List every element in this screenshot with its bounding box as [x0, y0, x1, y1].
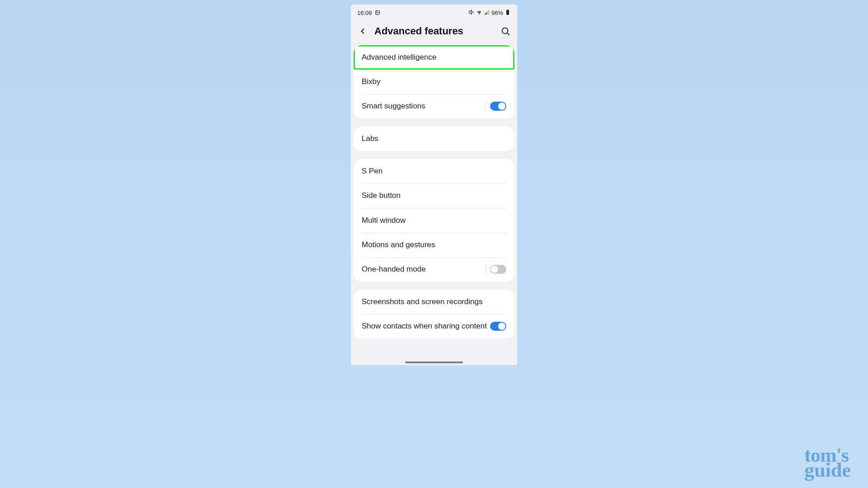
row-label: Show contacts when sharing content: [362, 321, 490, 331]
signal-icon: [484, 9, 490, 17]
row-label: One-handed mode: [362, 264, 485, 274]
row-one-handed-mode[interactable]: One-handed mode: [354, 257, 514, 282]
watermark-line2: guide: [804, 463, 851, 478]
nav-pill[interactable]: [405, 361, 463, 363]
row-label: Side button: [362, 191, 506, 201]
status-time: 16:09: [357, 9, 372, 16]
toggle-show-contacts[interactable]: [490, 322, 506, 331]
page-title: Advanced features: [374, 25, 494, 37]
row-label: Bixby: [362, 77, 506, 87]
search-icon: [500, 26, 510, 36]
settings-group: Advanced intelligence Bixby Smart sugges…: [354, 45, 514, 118]
watermark-logo: tom's guide: [804, 448, 851, 478]
row-smart-suggestions[interactable]: Smart suggestions: [354, 94, 514, 118]
svg-rect-2: [506, 10, 509, 14]
wifi-icon: [476, 9, 482, 17]
svg-point-1: [376, 12, 377, 13]
settings-content[interactable]: Advanced intelligence Bixby Smart sugges…: [351, 45, 517, 360]
toggle-separator: [485, 264, 486, 274]
toggle-separator: [485, 101, 486, 111]
row-label: Multi window: [362, 216, 506, 225]
row-label: S Pen: [362, 166, 506, 176]
battery-icon: [505, 9, 511, 17]
search-button[interactable]: [500, 26, 511, 37]
phone-frame: 16:09 96%: [351, 5, 517, 365]
svg-line-5: [507, 33, 509, 35]
settings-group: Labs: [354, 127, 514, 151]
status-right: 96%: [468, 9, 511, 17]
row-screenshots-recordings[interactable]: Screenshots and screen recordings: [354, 290, 514, 314]
svg-rect-3: [507, 9, 508, 10]
row-motions-gestures[interactable]: Motions and gestures: [354, 233, 514, 257]
nav-bar: [351, 360, 517, 365]
row-label: Advanced intelligence: [362, 52, 506, 62]
battery-pct: 96%: [491, 9, 503, 16]
row-multi-window[interactable]: Multi window: [354, 208, 514, 233]
row-label: Screenshots and screen recordings: [362, 297, 506, 307]
status-bar: 16:09 96%: [351, 5, 517, 21]
row-label: Motions and gestures: [362, 240, 506, 250]
mute-icon: [468, 9, 475, 17]
settings-group: S Pen Side button Multi window Motions a…: [354, 159, 514, 281]
row-label: Smart suggestions: [362, 101, 485, 111]
row-label: Labs: [362, 134, 506, 144]
row-show-contacts-sharing[interactable]: Show contacts when sharing content: [354, 314, 514, 338]
back-button[interactable]: [357, 26, 368, 37]
row-s-pen[interactable]: S Pen: [354, 159, 514, 183]
row-advanced-intelligence[interactable]: Advanced intelligence: [354, 45, 514, 70]
row-bixby[interactable]: Bixby: [354, 70, 514, 94]
row-side-button[interactable]: Side button: [354, 183, 514, 208]
page-header: Advanced features: [351, 21, 517, 45]
image-icon: [375, 10, 380, 15]
status-left: 16:09: [357, 9, 380, 16]
settings-group: Screenshots and screen recordings Show c…: [354, 290, 514, 338]
toggle-one-handed-mode[interactable]: [490, 265, 506, 274]
toggle-smart-suggestions[interactable]: [490, 102, 506, 111]
row-labs[interactable]: Labs: [354, 127, 514, 151]
chevron-left-icon: [358, 27, 367, 36]
